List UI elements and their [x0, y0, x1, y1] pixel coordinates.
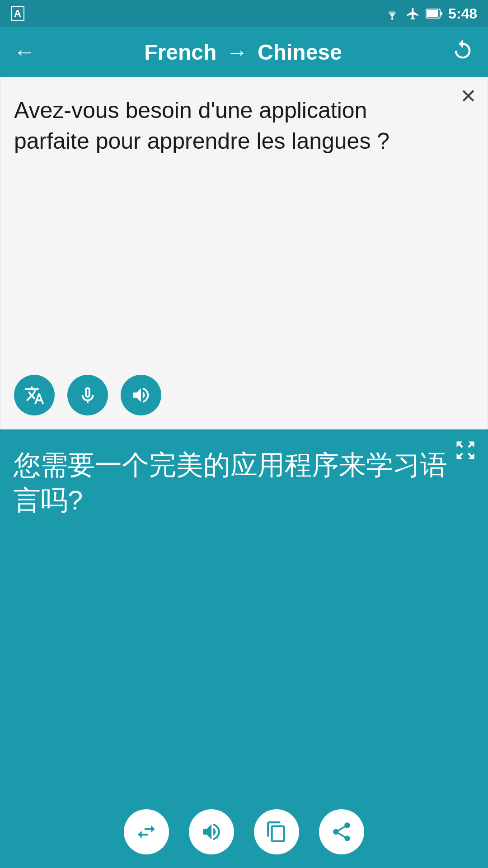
svg-rect-3 — [440, 12, 442, 15]
translate-icon — [24, 385, 45, 406]
output-speaker-icon — [200, 821, 223, 843]
status-bar-left: A — [11, 6, 24, 21]
share-button[interactable] — [319, 809, 364, 854]
target-language[interactable]: Chinese — [258, 40, 342, 64]
reset-icon — [451, 38, 474, 61]
mic-icon — [77, 385, 98, 406]
share-icon — [330, 821, 353, 843]
copy-button[interactable] — [254, 809, 299, 854]
status-bar-right: 5:48 — [384, 5, 477, 22]
swap-button[interactable] — [124, 809, 169, 854]
output-panel: 您需要一个完美的应用程序来学习语言吗? — [0, 429, 488, 868]
speaker-icon — [131, 385, 151, 406]
input-text[interactable]: Avez-vous besoin d'une application parfa… — [14, 95, 474, 361]
svg-rect-2 — [427, 10, 438, 17]
status-time: 5:48 — [448, 5, 477, 22]
close-button[interactable]: ✕ — [460, 86, 477, 106]
input-actions — [14, 375, 474, 420]
source-language[interactable]: French — [144, 40, 216, 64]
status-bar: A 5:48 — [0, 0, 488, 27]
wifi-icon — [384, 7, 400, 20]
reset-button[interactable] — [451, 38, 474, 66]
output-text: 您需要一个完美的应用程序来学习语言吗? — [14, 448, 474, 796]
output-speaker-button[interactable] — [189, 809, 234, 854]
svg-point-0 — [391, 18, 393, 20]
input-panel: ✕ Avez-vous besoin d'une application par… — [0, 77, 488, 429]
battery-icon — [426, 7, 443, 20]
mic-button[interactable] — [67, 375, 108, 415]
back-button[interactable]: ← — [14, 41, 35, 63]
airplane-icon — [406, 6, 420, 21]
copy-icon — [265, 821, 288, 843]
expand-button[interactable] — [454, 439, 477, 465]
expand-icon — [454, 439, 477, 462]
accessibility-icon: A — [11, 6, 24, 21]
speaker-button[interactable] — [121, 375, 161, 415]
output-actions — [14, 809, 474, 863]
translate-button[interactable] — [14, 375, 55, 415]
swap-icon — [135, 821, 158, 843]
direction-arrow: → — [226, 40, 248, 64]
app-bar: ← French → Chinese — [0, 27, 488, 77]
app-bar-title: French → Chinese — [35, 40, 451, 65]
